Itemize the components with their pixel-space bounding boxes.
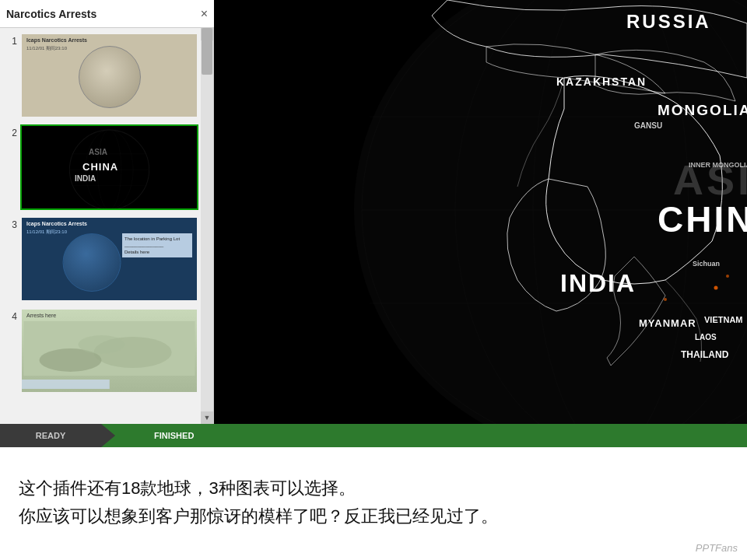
svg-point-36 bbox=[726, 275, 729, 278]
svg-text:LAOS: LAOS bbox=[695, 333, 717, 341]
slide-number-1: 1 bbox=[3, 33, 17, 47]
svg-text:MONGOLIA: MONGOLIA bbox=[658, 102, 747, 118]
svg-text:THAILAND: THAILAND bbox=[681, 349, 729, 360]
thumb4-map: Arrests here SEARCH bbox=[22, 310, 197, 392]
brand-label: PPTFans bbox=[696, 542, 738, 554]
scrollbar[interactable]: ▲ ▼ bbox=[201, 28, 213, 424]
svg-text:MYANMAR: MYANMAR bbox=[639, 317, 696, 329]
svg-point-35 bbox=[714, 286, 718, 290]
slide-item-2[interactable]: 2 ASIA CHINA INDIA bbox=[3, 124, 198, 210]
bottom-text-area: 这个插件还有18款地球，3种图表可以选择。 你应该可以想象到客户那惊讶的模样了吧… bbox=[0, 447, 747, 560]
scroll-thumb[interactable] bbox=[202, 28, 212, 75]
status-finished-label: FINISHED bbox=[154, 431, 194, 440]
status-ready-label: READY bbox=[0, 424, 101, 447]
thumb1-title: Icaps Narcotics Arrests bbox=[26, 37, 87, 43]
thumb4-label: Arrests here bbox=[26, 313, 56, 318]
thumb3-popup: The location in Parking Lot ____________… bbox=[122, 233, 192, 257]
thumb2-asia: ASIA bbox=[89, 148, 107, 156]
text-line1: 这个插件还有18款地球，3种图表可以选择。 bbox=[19, 478, 356, 498]
slide-thumb-1[interactable]: Icaps Narcotics Arrests 11/12/01 期间23:10 bbox=[20, 33, 198, 118]
slide-item-3[interactable]: 3 Icaps Narcotics Arrests 11/12/01 期间23:… bbox=[3, 216, 198, 302]
text-line2: 你应该可以想象到客户那惊讶的模样了吧？反正我已经见过了。 bbox=[19, 506, 498, 526]
svg-point-37 bbox=[664, 298, 667, 301]
slide-item-1[interactable]: 1 Icaps Narcotics Arrests 11/12/01 期间23:… bbox=[3, 33, 198, 118]
panel-title: Narcotics Arrests bbox=[6, 8, 96, 20]
globe-background: RUSSIA KAZAKHSTAN MONGOLIA ASIA CHINA IN… bbox=[214, 0, 747, 424]
thumb1-globe bbox=[79, 46, 141, 108]
svg-text:INDIA: INDIA bbox=[560, 269, 636, 297]
svg-text:GANSU: GANSU bbox=[634, 121, 662, 130]
slide-item-4[interactable]: 4 Arrests here SEARCH bbox=[3, 308, 198, 394]
scroll-down-button[interactable]: ▼ bbox=[201, 411, 213, 424]
close-button[interactable]: × bbox=[201, 8, 208, 20]
slide-number-4: 4 bbox=[3, 308, 17, 322]
slide-thumb-4[interactable]: Arrests here SEARCH bbox=[20, 308, 198, 394]
thumb4-bar: SEARCH bbox=[20, 380, 110, 389]
thumb3-title: Icaps Narcotics Arrests bbox=[26, 221, 87, 226]
slide-panel: 1 Icaps Narcotics Arrests 11/12/01 期间23:… bbox=[0, 28, 214, 424]
svg-text:RUSSIA: RUSSIA bbox=[626, 11, 711, 32]
svg-point-9 bbox=[79, 335, 125, 354]
svg-text:CHINA: CHINA bbox=[658, 199, 747, 240]
slides-list: 1 Icaps Narcotics Arrests 11/12/01 期间23:… bbox=[0, 28, 202, 404]
thumb2-india: INDIA bbox=[75, 174, 96, 183]
main-content-area: RUSSIA KAZAKHSTAN MONGOLIA ASIA CHINA IN… bbox=[214, 0, 747, 424]
svg-text:INNER MONGOLIA: INNER MONGOLIA bbox=[689, 161, 747, 169]
thumb2-china: CHINA bbox=[82, 161, 118, 173]
svg-text:Sichuan: Sichuan bbox=[693, 260, 720, 268]
svg-text:KAZAKHSTAN: KAZAKHSTAN bbox=[556, 75, 647, 88]
status-bar: READY FINISHED bbox=[0, 424, 747, 447]
thumb3-globe bbox=[63, 233, 121, 292]
top-bar: Narcotics Arrests × bbox=[0, 0, 214, 28]
slide-thumb-2[interactable]: ASIA CHINA INDIA bbox=[20, 124, 198, 210]
slide-number-3: 3 bbox=[3, 216, 17, 230]
thumb3-date: 11/12/01 期间23:10 bbox=[26, 229, 67, 236]
main-text: 这个插件还有18款地球，3种图表可以选择。 你应该可以想象到客户那惊讶的模样了吧… bbox=[19, 474, 728, 529]
svg-text:VIETNAM: VIETNAM bbox=[704, 315, 743, 324]
status-triangle-icon bbox=[101, 424, 115, 447]
globe-visualization: RUSSIA KAZAKHSTAN MONGOLIA ASIA CHINA IN… bbox=[214, 0, 747, 424]
slide-number-2: 2 bbox=[3, 124, 17, 138]
slide-thumb-3[interactable]: Icaps Narcotics Arrests 11/12/01 期间23:10… bbox=[20, 216, 198, 302]
thumb1-date: 11/12/01 期间23:10 bbox=[26, 45, 67, 52]
